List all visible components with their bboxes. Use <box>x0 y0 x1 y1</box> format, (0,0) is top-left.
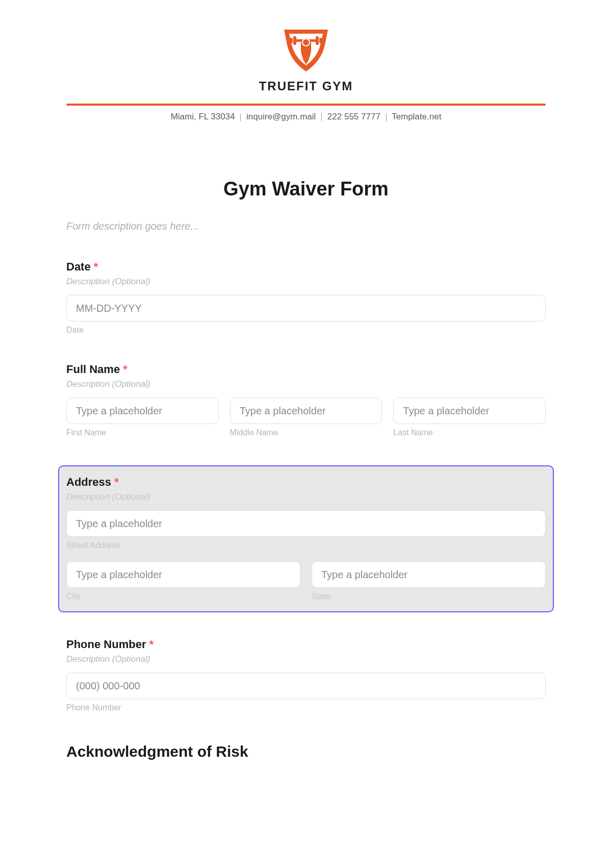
last-name-input[interactable] <box>393 398 546 424</box>
fullname-label: Full Name * <box>66 363 546 376</box>
street-address-sublabel: Street Address <box>66 541 546 550</box>
header-divider <box>66 104 546 106</box>
separator <box>321 113 322 121</box>
svg-rect-2 <box>316 36 319 45</box>
logo: TRUEFIT GYM <box>66 20 546 93</box>
middle-name-input[interactable] <box>230 398 382 424</box>
address-desc[interactable]: Description (Optional) <box>66 492 546 502</box>
contact-location: Miami, FL 33034 <box>171 112 235 121</box>
svg-rect-1 <box>293 36 296 45</box>
first-name-sublabel: First Name <box>66 428 219 437</box>
city-input[interactable] <box>66 561 300 588</box>
phone-input[interactable] <box>66 673 546 699</box>
required-mark: * <box>149 638 154 651</box>
page: TRUEFIT GYM Miami, FL 33034 inquire@gym.… <box>0 0 612 760</box>
date-input[interactable] <box>66 295 546 321</box>
field-phone: Phone Number * Description (Optional) Ph… <box>66 638 546 712</box>
date-label: Date * <box>66 260 546 274</box>
first-name-input[interactable] <box>66 398 219 424</box>
required-mark: * <box>114 476 119 488</box>
separator <box>386 113 387 121</box>
svg-rect-4 <box>319 38 322 43</box>
shield-barbell-icon <box>278 26 334 74</box>
acknowledgment-title: Acknowledgment of Risk <box>66 743 546 760</box>
form-description[interactable]: Form description goes here... <box>66 220 546 232</box>
phone-label: Phone Number * <box>66 638 546 651</box>
state-input[interactable] <box>312 561 546 588</box>
contact-phone: 222 555 7777 <box>327 112 380 121</box>
required-mark: * <box>123 363 128 376</box>
date-desc[interactable]: Description (Optional) <box>66 277 546 287</box>
svg-point-6 <box>303 39 309 45</box>
svg-rect-3 <box>290 38 293 43</box>
fullname-desc[interactable]: Description (Optional) <box>66 379 546 389</box>
field-fullname: Full Name * Description (Optional) First… <box>66 363 546 437</box>
last-name-sublabel: Last Name <box>393 428 546 437</box>
brand-name: TRUEFIT GYM <box>66 79 546 93</box>
contact-site: Template.net <box>392 112 441 121</box>
middle-name-sublabel: Middle Name <box>230 428 382 437</box>
separator <box>240 113 241 121</box>
phone-sublabel: Phone Number <box>66 703 546 712</box>
date-sublabel: Date <box>66 326 546 335</box>
city-sublabel: City <box>66 592 300 601</box>
contact-line: Miami, FL 33034 inquire@gym.mail 222 555… <box>66 112 546 122</box>
address-label: Address * <box>66 476 546 489</box>
street-address-input[interactable] <box>66 510 546 537</box>
field-address[interactable]: Address * Description (Optional) Street … <box>58 465 554 612</box>
field-date: Date * Description (Optional) Date <box>66 260 546 335</box>
required-mark: * <box>94 260 98 273</box>
form-title: Gym Waiver Form <box>66 178 546 200</box>
contact-email: inquire@gym.mail <box>246 112 316 121</box>
phone-desc[interactable]: Description (Optional) <box>66 654 546 664</box>
state-sublabel: State <box>312 592 546 601</box>
